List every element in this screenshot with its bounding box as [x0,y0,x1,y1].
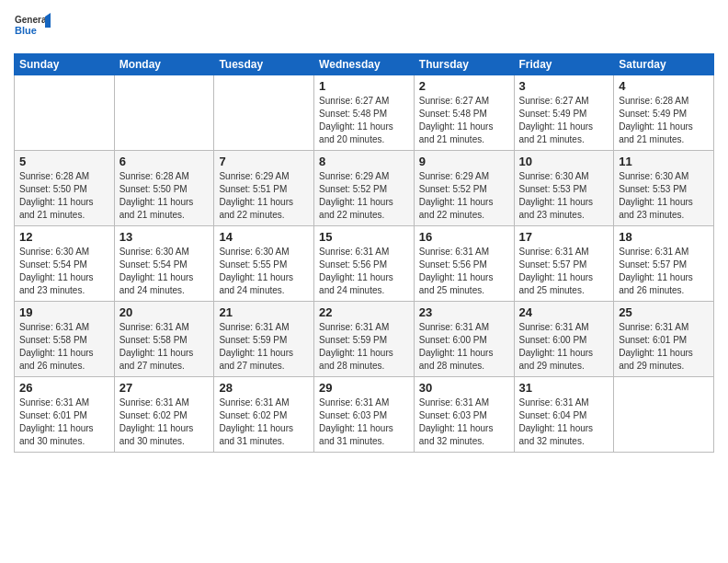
day-number: 24 [519,305,609,319]
day-number: 23 [419,305,509,319]
day-cell-26: 26Sunrise: 6:31 AM Sunset: 6:01 PM Dayli… [15,377,115,453]
day-info: Sunrise: 6:31 AM Sunset: 5:56 PM Dayligh… [419,246,509,297]
day-number: 11 [619,155,709,168]
week-row-1: 5Sunrise: 6:28 AM Sunset: 5:50 PM Daylig… [15,151,714,226]
day-number: 14 [219,230,309,244]
day-number: 6 [119,155,210,168]
day-cell-2: 2Sunrise: 6:27 AM Sunset: 5:48 PM Daylig… [414,75,514,151]
day-info: Sunrise: 6:27 AM Sunset: 5:48 PM Dayligh… [319,95,409,146]
day-number: 27 [119,381,210,395]
day-cell-16: 16Sunrise: 6:31 AM Sunset: 5:56 PM Dayli… [414,226,514,302]
day-number: 16 [419,230,509,244]
header: General Blue [14,9,714,46]
day-number: 9 [419,155,509,168]
svg-text:General: General [15,15,49,25]
day-cell-25: 25Sunrise: 6:31 AM Sunset: 6:01 PM Dayli… [614,302,714,377]
calendar: SundayMondayTuesdayWednesdayThursdayFrid… [14,53,714,453]
day-cell-9: 9Sunrise: 6:29 AM Sunset: 5:52 PM Daylig… [414,151,514,226]
day-cell-10: 10Sunrise: 6:30 AM Sunset: 5:53 PM Dayli… [514,151,614,226]
day-header-saturday: Saturday [614,54,714,75]
day-info: Sunrise: 6:31 AM Sunset: 6:00 PM Dayligh… [519,321,609,373]
day-number: 15 [319,230,409,244]
header-row: SundayMondayTuesdayWednesdayThursdayFrid… [15,54,714,75]
day-number: 10 [519,155,609,168]
day-number: 8 [319,155,409,168]
day-header-sunday: Sunday [15,54,115,75]
day-number: 30 [419,381,509,395]
day-info: Sunrise: 6:31 AM Sunset: 6:03 PM Dayligh… [319,396,409,448]
day-number: 1 [319,79,409,93]
day-number: 5 [19,155,109,168]
day-cell-13: 13Sunrise: 6:30 AM Sunset: 5:54 PM Dayli… [114,226,214,302]
day-cell-23: 23Sunrise: 6:31 AM Sunset: 6:00 PM Dayli… [414,302,514,377]
day-cell-8: 8Sunrise: 6:29 AM Sunset: 5:52 PM Daylig… [314,151,415,226]
day-cell-5: 5Sunrise: 6:28 AM Sunset: 5:50 PM Daylig… [15,151,115,226]
day-cell-4: 4Sunrise: 6:28 AM Sunset: 5:49 PM Daylig… [614,75,714,151]
day-cell-15: 15Sunrise: 6:31 AM Sunset: 5:56 PM Dayli… [314,226,415,302]
logo: General Blue [14,9,51,46]
day-info: Sunrise: 6:31 AM Sunset: 5:59 PM Dayligh… [319,321,409,373]
week-row-0: 1Sunrise: 6:27 AM Sunset: 5:48 PM Daylig… [15,75,714,151]
day-number: 17 [519,230,609,244]
day-number: 12 [19,230,109,244]
day-cell-14: 14Sunrise: 6:30 AM Sunset: 5:55 PM Dayli… [214,226,314,302]
empty-cell [114,75,214,151]
day-info: Sunrise: 6:28 AM Sunset: 5:50 PM Dayligh… [119,170,210,222]
day-cell-6: 6Sunrise: 6:28 AM Sunset: 5:50 PM Daylig… [114,151,214,226]
day-info: Sunrise: 6:31 AM Sunset: 6:02 PM Dayligh… [119,396,210,448]
empty-cell [15,75,115,151]
day-cell-18: 18Sunrise: 6:31 AM Sunset: 5:57 PM Dayli… [614,226,714,302]
day-cell-24: 24Sunrise: 6:31 AM Sunset: 6:00 PM Dayli… [514,302,614,377]
day-cell-17: 17Sunrise: 6:31 AM Sunset: 5:57 PM Dayli… [514,226,614,302]
day-info: Sunrise: 6:31 AM Sunset: 5:57 PM Dayligh… [519,246,609,297]
svg-text:Blue: Blue [15,25,37,36]
day-info: Sunrise: 6:28 AM Sunset: 5:50 PM Dayligh… [19,170,109,222]
day-cell-29: 29Sunrise: 6:31 AM Sunset: 6:03 PM Dayli… [314,377,415,453]
day-cell-12: 12Sunrise: 6:30 AM Sunset: 5:54 PM Dayli… [15,226,115,302]
day-number: 22 [319,305,409,319]
day-info: Sunrise: 6:30 AM Sunset: 5:53 PM Dayligh… [519,170,609,222]
day-info: Sunrise: 6:31 AM Sunset: 5:58 PM Dayligh… [119,321,210,373]
day-info: Sunrise: 6:31 AM Sunset: 5:58 PM Dayligh… [19,321,109,373]
day-header-friday: Friday [514,54,614,75]
day-header-thursday: Thursday [414,54,514,75]
week-row-2: 12Sunrise: 6:30 AM Sunset: 5:54 PM Dayli… [15,226,714,302]
day-info: Sunrise: 6:30 AM Sunset: 5:54 PM Dayligh… [19,246,109,297]
logo-svg: General Blue [14,9,51,46]
day-cell-30: 30Sunrise: 6:31 AM Sunset: 6:03 PM Dayli… [414,377,514,453]
day-cell-27: 27Sunrise: 6:31 AM Sunset: 6:02 PM Dayli… [114,377,214,453]
day-number: 18 [619,230,709,244]
page: General Blue SundayMondayTuesdayWednesda… [0,0,728,563]
day-header-tuesday: Tuesday [214,54,314,75]
day-info: Sunrise: 6:31 AM Sunset: 5:59 PM Dayligh… [219,321,309,373]
day-cell-22: 22Sunrise: 6:31 AM Sunset: 5:59 PM Dayli… [314,302,415,377]
day-info: Sunrise: 6:28 AM Sunset: 5:49 PM Dayligh… [619,95,709,146]
day-cell-31: 31Sunrise: 6:31 AM Sunset: 6:04 PM Dayli… [514,377,614,453]
day-info: Sunrise: 6:31 AM Sunset: 6:04 PM Dayligh… [519,396,609,448]
empty-cell [214,75,314,151]
day-info: Sunrise: 6:29 AM Sunset: 5:52 PM Dayligh… [419,170,509,222]
day-info: Sunrise: 6:31 AM Sunset: 6:00 PM Dayligh… [419,321,509,373]
day-number: 28 [219,381,309,395]
day-info: Sunrise: 6:31 AM Sunset: 6:01 PM Dayligh… [19,396,109,448]
day-info: Sunrise: 6:27 AM Sunset: 5:49 PM Dayligh… [519,95,609,146]
day-info: Sunrise: 6:31 AM Sunset: 5:56 PM Dayligh… [319,246,409,297]
day-cell-20: 20Sunrise: 6:31 AM Sunset: 5:58 PM Dayli… [114,302,214,377]
day-cell-28: 28Sunrise: 6:31 AM Sunset: 6:02 PM Dayli… [214,377,314,453]
day-header-monday: Monday [114,54,214,75]
day-number: 20 [119,305,210,319]
day-cell-11: 11Sunrise: 6:30 AM Sunset: 5:53 PM Dayli… [614,151,714,226]
day-number: 13 [119,230,210,244]
day-header-wednesday: Wednesday [314,54,415,75]
day-number: 2 [419,79,509,93]
day-number: 4 [619,79,709,93]
day-number: 7 [219,155,309,168]
day-number: 3 [519,79,609,93]
day-info: Sunrise: 6:29 AM Sunset: 5:51 PM Dayligh… [219,170,309,222]
day-number: 26 [19,381,109,395]
day-number: 19 [19,305,109,319]
day-cell-3: 3Sunrise: 6:27 AM Sunset: 5:49 PM Daylig… [514,75,614,151]
day-info: Sunrise: 6:27 AM Sunset: 5:48 PM Dayligh… [419,95,509,146]
day-number: 31 [519,381,609,395]
day-cell-19: 19Sunrise: 6:31 AM Sunset: 5:58 PM Dayli… [15,302,115,377]
